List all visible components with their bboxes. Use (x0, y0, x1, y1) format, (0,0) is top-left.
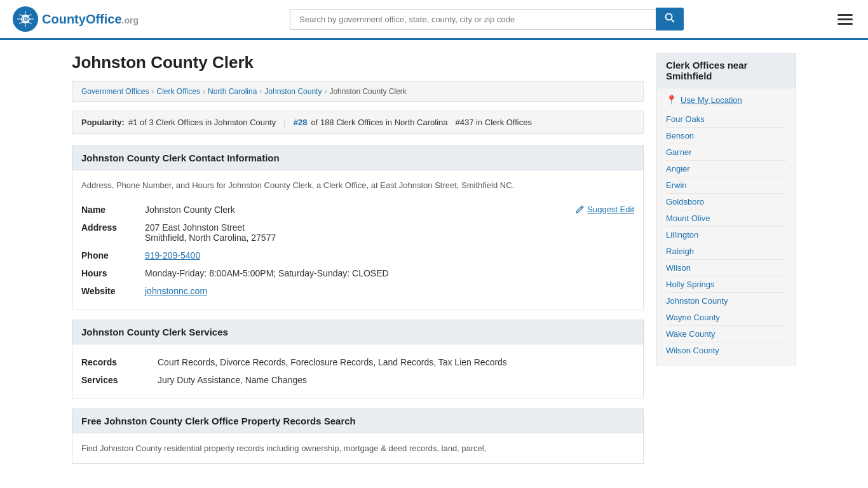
sidebar-item-garner[interactable]: Garner (666, 144, 787, 161)
sidebar-links: 📍 Use My Location Four Oaks Benson Garne… (657, 88, 796, 365)
records-value: Court Records, Divorce Records, Foreclos… (158, 353, 634, 371)
link-wilson-county[interactable]: Wilson County (666, 346, 719, 355)
main-wrapper: Johnston County Clerk Government Offices… (59, 40, 809, 477)
sidebar-use-location: 📍 Use My Location (666, 95, 787, 105)
sidebar-item-lillington[interactable]: Lillington (666, 227, 787, 243)
records-label: Records (81, 353, 158, 371)
services-table: Records Court Records, Divorce Records, … (81, 353, 634, 389)
table-row-services: Services Jury Duty Assistance, Name Chan… (81, 371, 634, 389)
sidebar-item-benson[interactable]: Benson (666, 128, 787, 144)
website-link[interactable]: johnstonnc.com (145, 286, 207, 296)
logo-area: C CountyOffice.org (13, 6, 139, 32)
use-location-link[interactable]: Use My Location (681, 95, 742, 105)
link-wilson[interactable]: Wilson (666, 263, 691, 273)
header: C CountyOffice.org (0, 0, 868, 40)
link-benson[interactable]: Benson (666, 131, 694, 140)
search-input[interactable] (290, 9, 656, 30)
link-johnston-county[interactable]: Johnston County (666, 296, 728, 306)
property-section-header: Free Johnston County Clerk Office Proper… (72, 409, 644, 433)
name-label: Name (81, 201, 145, 219)
link-raleigh[interactable]: Raleigh (666, 247, 694, 256)
table-row-website: Website johnstonnc.com (81, 282, 634, 300)
link-lillington[interactable]: Lillington (666, 230, 698, 240)
link-four-oaks[interactable]: Four Oaks (666, 114, 705, 124)
website-label: Website (81, 282, 145, 300)
popularity-bar: Popularity: #1 of 3 Clerk Offices in Joh… (72, 111, 644, 134)
phone-value: 919-209-5400 (145, 247, 634, 264)
link-wayne-county[interactable]: Wayne County (666, 313, 720, 322)
page-title: Johnston County Clerk (72, 53, 644, 72)
breadcrumb-johnston-county[interactable]: Johnston County (264, 87, 322, 96)
link-mount-olive[interactable]: Mount Olive (666, 214, 710, 223)
logo-office: Office (86, 12, 122, 26)
table-row-records: Records Court Records, Divorce Records, … (81, 353, 634, 371)
menu-line-1 (837, 14, 853, 16)
sidebar-title: Clerk Offices near Smithfield (657, 53, 796, 88)
contact-info-section: Address, Phone Number, and Hours for Joh… (72, 170, 644, 309)
link-wake-county[interactable]: Wake County (666, 329, 715, 339)
property-section: Find Johnston County residential propert… (72, 433, 644, 464)
sidebar-item-wake-county[interactable]: Wake County (666, 326, 787, 342)
popularity-label: Popularity: (81, 118, 125, 127)
hamburger-menu-button[interactable] (835, 11, 855, 27)
search-area (290, 8, 684, 30)
sidebar-item-erwin[interactable]: Erwin (666, 177, 787, 194)
suggest-edit-link[interactable]: Suggest Edit (576, 205, 634, 214)
address-label: Address (81, 219, 145, 247)
sidebar: Clerk Offices near Smithfield 📍 Use My L… (656, 53, 796, 464)
services-label: Services (81, 371, 158, 389)
sidebar-item-angier[interactable]: Angier (666, 161, 787, 177)
popularity-rank1: #1 of 3 Clerk Offices in Johnston County (128, 118, 276, 127)
breadcrumb: Government Offices › Clerk Offices › Nor… (72, 81, 644, 102)
hours-label: Hours (81, 264, 145, 282)
sidebar-item-wayne-county[interactable]: Wayne County (666, 309, 787, 326)
menu-line-3 (837, 23, 853, 25)
breadcrumb-current: Johnston County Clerk (329, 87, 406, 96)
sidebar-item-four-oaks[interactable]: Four Oaks (666, 111, 787, 128)
website-value: johnstonnc.com (145, 282, 634, 300)
breadcrumb-gov-offices[interactable]: Government Offices (81, 87, 149, 96)
sidebar-item-mount-olive[interactable]: Mount Olive (666, 210, 787, 227)
breadcrumb-north-carolina[interactable]: North Carolina (208, 87, 257, 96)
services-section-header: Johnston County Clerk Services (72, 320, 644, 344)
svg-point-5 (666, 14, 672, 20)
table-row-name: Name Johnston County Clerk Suggest Edit (81, 201, 634, 219)
services-info-section: Records Court Records, Divorce Records, … (72, 344, 644, 398)
address-value: 207 East Johnston Street Smithfield, Nor… (145, 219, 634, 247)
table-row-hours: Hours Monday-Friday: 8:00AM-5:00PM; Satu… (81, 264, 634, 282)
sidebar-item-goldsboro[interactable]: Goldsboro (666, 194, 787, 210)
sidebar-item-johnston-county[interactable]: Johnston County (666, 293, 787, 309)
svg-line-7 (581, 207, 582, 208)
contact-table: Name Johnston County Clerk Suggest Edit (81, 201, 634, 300)
link-garner[interactable]: Garner (666, 147, 691, 157)
phone-link[interactable]: 919-209-5400 (145, 250, 200, 261)
table-row-address: Address 207 East Johnston Street Smithfi… (81, 219, 634, 247)
sidebar-item-holly-springs[interactable]: Holly Springs (666, 276, 787, 293)
search-button[interactable] (656, 8, 684, 30)
edit-icon (576, 205, 585, 214)
logo-text: CountyOffice.org (42, 12, 139, 27)
sidebar-box: Clerk Offices near Smithfield 📍 Use My L… (656, 53, 796, 365)
svg-line-6 (672, 20, 675, 23)
sidebar-item-raleigh[interactable]: Raleigh (666, 243, 787, 260)
link-angier[interactable]: Angier (666, 164, 690, 173)
popularity-rank2-suffix: of 188 Clerk Offices in North Carolina (311, 118, 447, 127)
services-value: Jury Duty Assistance, Name Changes (158, 371, 634, 389)
link-erwin[interactable]: Erwin (666, 180, 687, 190)
link-holly-springs[interactable]: Holly Springs (666, 280, 715, 289)
logo-icon: C (13, 6, 38, 32)
logo-tld: .org (122, 15, 139, 25)
name-value: Johnston County Clerk Suggest Edit (145, 201, 634, 219)
hours-value: Monday-Friday: 8:00AM-5:00PM; Saturday-S… (145, 264, 634, 282)
breadcrumb-clerk-offices[interactable]: Clerk Offices (157, 87, 200, 96)
contact-description: Address, Phone Number, and Hours for Joh… (81, 179, 634, 192)
sidebar-item-wilson-county[interactable]: Wilson County (666, 342, 787, 358)
table-row-phone: Phone 919-209-5400 (81, 247, 634, 264)
link-goldsboro[interactable]: Goldsboro (666, 197, 704, 207)
content-area: Johnston County Clerk Government Offices… (72, 53, 644, 464)
sidebar-item-wilson[interactable]: Wilson (666, 260, 787, 276)
property-description: Find Johnston County residential propert… (81, 442, 634, 455)
logo-county: County (42, 12, 86, 26)
phone-label: Phone (81, 247, 145, 264)
contact-section-header: Johnston County Clerk Contact Informatio… (72, 146, 644, 170)
